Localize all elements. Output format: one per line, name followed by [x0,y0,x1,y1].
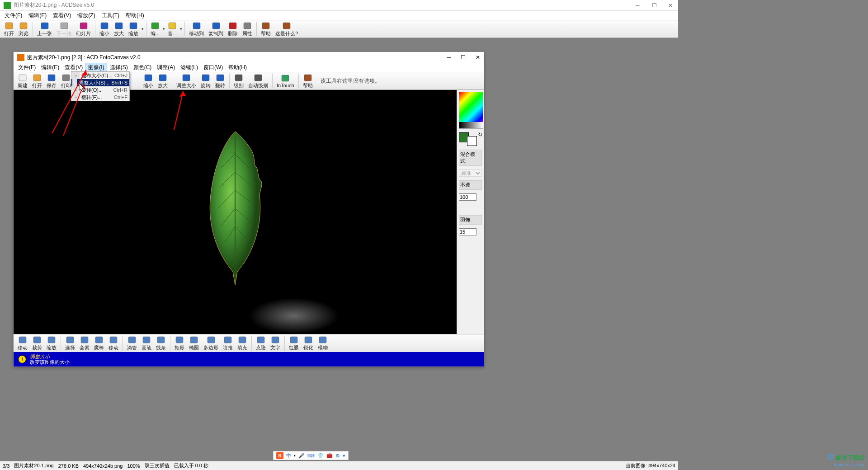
outer-tb-zoom-in-icon[interactable]: 放大 [112,20,126,38]
palette-move-tool-icon[interactable]: 移动 [15,335,30,352]
dropdown-item-3[interactable]: ▫翻转(F)...Ctrl+F [71,94,129,101]
ime-settings-icon[interactable]: ⚙ [335,453,340,459]
palette-redeye-icon[interactable]: 红眼 [287,335,301,352]
outer-tb-folder-open-icon[interactable]: 打开 [2,20,16,38]
inner-tb2-auto-levels-icon[interactable]: 自动级别 [246,72,270,89]
palette-polygon-icon[interactable]: 多边形 [201,335,221,352]
status-dimensions: 494x740x24b png [83,463,123,469]
outer-menu-5[interactable]: 帮助(H) [123,11,147,20]
outer-tb-dropdown-15[interactable]: ▾ [179,27,183,31]
palette-select-tool-icon[interactable]: 选择 [63,335,77,352]
canvas-viewport[interactable] [14,90,457,334]
hint-bulb-icon: ! [18,355,26,363]
palette-rect-icon[interactable]: 矩形 [172,335,187,352]
outer-menubar: 文件(F)编辑(E)查看(V)缩放(Z)工具(T)帮助(H) [0,11,678,20]
opacity-spinner[interactable] [459,193,477,201]
palette-ellipse-icon[interactable]: 椭圆 [187,335,201,352]
inner-menu-8[interactable]: 窗口(W) [201,63,226,72]
close-button[interactable]: ✕ [668,2,675,9]
outer-tb-edit-icon[interactable]: 编... [148,20,162,38]
palette-eyedropper-icon[interactable]: 滴管 [125,335,139,352]
palette-zoom-tool-icon[interactable]: 缩放 [44,335,59,352]
background-color-swatch[interactable] [467,136,477,146]
outer-menu-1[interactable]: 编辑(E) [26,11,49,20]
inner-tb2-flip-icon[interactable]: 翻转 [213,72,227,89]
outer-menu-0[interactable]: 文件(F) [2,11,25,20]
sogou-icon[interactable]: S [276,452,283,459]
outer-tb-browse-icon[interactable]: 浏览 [16,20,31,38]
palette-lasso-tool-icon[interactable]: 套索 [77,335,92,352]
swap-colors-icon[interactable]: ↻ [478,132,482,138]
outer-tb-slideshow-icon[interactable]: 幻灯片 [74,20,93,38]
inner-menu-0[interactable]: 文件(F) [15,63,38,72]
palette-text-icon[interactable]: 文字 [268,335,283,352]
outer-tb-zoom-icon[interactable]: 缩放 [126,20,141,38]
blend-mode-select[interactable]: 标准 [459,169,482,177]
outer-tb-audio-icon[interactable]: 音... [165,20,179,38]
inner-tb2-intouch-icon[interactable]: InTouch [274,72,297,89]
inner-tb2-zoom-in-icon[interactable]: 放大 [156,72,170,89]
palette-brush-icon[interactable]: 画笔 [139,335,154,352]
inner-tb1-new-icon[interactable]: 新建 [15,72,30,89]
ime-mic-icon[interactable]: 🎤 [298,453,305,459]
inner-tb2-levels-icon[interactable]: 级别 [231,72,246,89]
ime-dropdown-icon[interactable]: ▾ [343,453,345,459]
outer-menu-3[interactable]: 缩放(Z) [75,11,98,20]
inner-close-button[interactable]: ✕ [476,54,480,61]
inner-menu-5[interactable]: 颜色(C) [131,63,155,72]
ime-keyboard-icon[interactable]: ⌨ [307,453,315,459]
feather-spinner[interactable] [459,228,477,235]
inner-tb2-help-icon[interactable]: 帮助 [301,72,315,89]
palette-blur-icon[interactable]: 模糊 [316,335,330,352]
inner-tb1-folder-open-icon[interactable]: 打开 [30,72,44,89]
outer-tb-dropdown-13[interactable]: ▾ [162,27,165,31]
palette-clone-icon[interactable]: 克隆 [254,335,268,352]
svg-rect-29 [19,337,26,343]
inner-tb1-save-icon[interactable]: 保存 [44,72,59,89]
maximize-button[interactable]: ☐ [652,2,658,9]
inner-maximize-button[interactable]: ☐ [461,54,466,61]
inner-minimize-button[interactable]: ─ [447,54,451,61]
palette-crop-tool-icon[interactable]: 裁剪 [30,335,44,352]
status-current-image: 当前图像: 494x740x24 [626,462,675,469]
minimize-button[interactable]: ─ [636,2,642,9]
inner-menu-3[interactable]: 图像(I) [85,63,107,72]
inner-tb2-rotate-icon[interactable]: 旋转 [198,72,213,89]
palette-line-icon[interactable]: 线条 [154,335,168,352]
inner-tb2-zoom-out-icon[interactable]: 缩小 [141,72,156,89]
outer-tb-delete-icon[interactable]: 删除 [226,20,240,38]
inner-menu-7[interactable]: 滤镜(L) [178,63,201,72]
outer-menu-2[interactable]: 查看(V) [50,11,74,20]
outer-tb-properties-icon[interactable]: 属性 [240,20,255,38]
outer-tb-next-icon[interactable]: 下一张 [54,20,74,38]
ime-lang-label[interactable]: 中 [286,452,291,459]
color-picker[interactable] [459,92,483,129]
palette-fill-icon[interactable]: 填充 [235,335,250,352]
outer-tb-whatsthis-icon[interactable]: 这是什么? [273,20,300,38]
inner-menu-4[interactable]: 选择(S) [107,63,131,72]
outer-tb-dropdown-10[interactable]: ▾ [141,27,144,31]
palette-move2-tool-icon[interactable]: 移动 [106,335,121,352]
inner-tb2-resize-icon[interactable]: 调整大小 [174,72,198,89]
dropdown-item-2[interactable]: ▫旋转(O)...Ctrl+R [71,86,129,94]
palette-spray-icon[interactable]: 喷抢 [221,335,235,352]
inner-menu-1[interactable]: 编辑(E) [38,63,62,72]
color-swatches[interactable]: ↻ [459,132,477,146]
outer-tb-prev-icon[interactable]: 上一张 [35,20,54,38]
outer-tb-move-icon[interactable]: 移动到 [187,20,206,38]
outer-tb-help-icon[interactable]: 帮助 [259,20,273,38]
outer-tb-copy-icon[interactable]: 复制到 [206,20,226,38]
outer-menu-4[interactable]: 工具(T) [99,11,122,20]
svg-rect-33 [81,337,88,343]
dropdown-item-1[interactable]: ▫调整大小(S)...Shift+S [71,79,129,86]
inner-menu-9[interactable]: 帮助(H) [226,63,250,72]
ime-toolbox-icon[interactable]: 🧰 [326,453,333,459]
palette-wand-tool-icon[interactable]: 魔棒 [92,335,106,352]
palette-sharpen-icon[interactable]: 锐化 [301,335,316,352]
ime-toolbar[interactable]: S 中 • 🎤 ⌨ 👕 🧰 ⚙ ▾ [273,451,349,460]
inner-menu-2[interactable]: 查看(V) [62,63,85,72]
outer-tb-zoom-out-icon[interactable]: 缩小 [97,20,112,38]
dropdown-item-0[interactable]: ▫画布大小(C)...Ctrl+J [71,72,129,79]
ime-skin-icon[interactable]: 👕 [317,453,324,459]
inner-menu-6[interactable]: 调整(A) [154,63,178,72]
